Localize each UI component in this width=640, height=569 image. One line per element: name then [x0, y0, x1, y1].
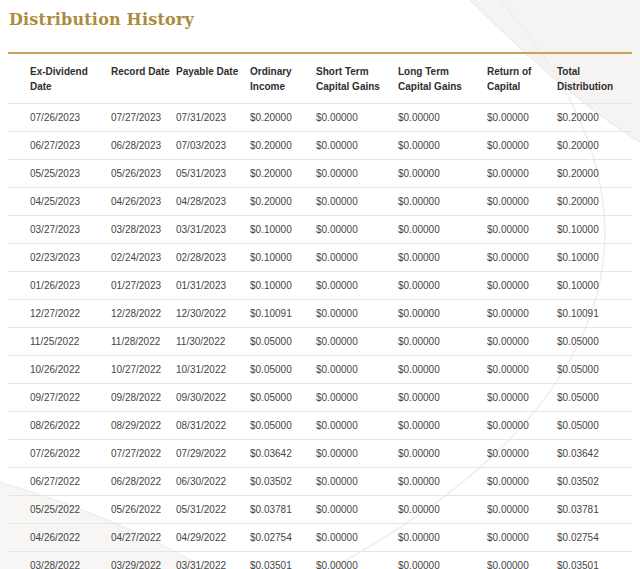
table-cell: 07/03/2023 — [176, 132, 250, 160]
table-cell: $0.20000 — [250, 188, 316, 216]
table-cell: 04/26/2022 — [8, 524, 111, 552]
table-row: 03/27/202303/28/202303/31/2023$0.10000$0… — [8, 216, 632, 244]
column-header: Long Term Capital Gains — [398, 53, 487, 104]
table-cell: 07/31/2023 — [176, 104, 250, 132]
table-cell: $0.00000 — [316, 496, 398, 524]
table-cell: $0.00000 — [487, 468, 557, 496]
table-cell: 05/31/2023 — [176, 160, 250, 188]
table-cell: $0.00000 — [487, 412, 557, 440]
table-cell: $0.00000 — [398, 216, 487, 244]
table-cell: $0.05000 — [557, 412, 632, 440]
table-cell: $0.10000 — [557, 244, 632, 272]
table-row: 04/26/202204/27/202204/29/2022$0.02754$0… — [8, 524, 632, 552]
table-cell: 02/23/2023 — [8, 244, 111, 272]
table-cell: $0.00000 — [316, 468, 398, 496]
distribution-history-table: Ex-Dividend DateRecord DatePayable DateO… — [8, 52, 632, 569]
table-cell: $0.00000 — [487, 496, 557, 524]
table-cell: 09/30/2022 — [176, 384, 250, 412]
table-cell: $0.02754 — [557, 524, 632, 552]
table-cell: $0.00000 — [398, 468, 487, 496]
table-cell: 11/30/2022 — [176, 328, 250, 356]
table-cell: $0.00000 — [487, 300, 557, 328]
table-cell: $0.00000 — [398, 412, 487, 440]
table-row: 10/26/202210/27/202210/31/2022$0.05000$0… — [8, 356, 632, 384]
table-cell: 07/27/2023 — [111, 104, 176, 132]
table-cell: $0.20000 — [557, 160, 632, 188]
table-cell: $0.20000 — [557, 188, 632, 216]
table-cell: 03/29/2022 — [111, 552, 176, 569]
table-cell: $0.03642 — [557, 440, 632, 468]
table-row: 01/26/202301/27/202301/31/2023$0.10000$0… — [8, 272, 632, 300]
column-header: Total Distribution — [557, 53, 632, 104]
column-header: Return of Capital — [487, 53, 557, 104]
table-row: 07/26/202307/27/202307/31/2023$0.20000$0… — [8, 104, 632, 132]
table-cell: $0.00000 — [316, 328, 398, 356]
table-cell: $0.03501 — [250, 552, 316, 569]
table-cell: 07/26/2023 — [8, 104, 111, 132]
table-cell: $0.10000 — [557, 272, 632, 300]
table-cell: 03/28/2023 — [111, 216, 176, 244]
table-cell: $0.00000 — [398, 440, 487, 468]
table-cell: $0.05000 — [250, 356, 316, 384]
table-cell: $0.00000 — [316, 104, 398, 132]
table-cell: $0.10000 — [250, 272, 316, 300]
table-cell: 03/28/2022 — [8, 552, 111, 569]
table-cell: $0.00000 — [316, 272, 398, 300]
table-cell: $0.05000 — [250, 384, 316, 412]
table-cell: 11/28/2022 — [111, 328, 176, 356]
table-row: 03/28/202203/29/202203/31/2022$0.03501$0… — [8, 552, 632, 569]
table-header-row: Ex-Dividend DateRecord DatePayable DateO… — [8, 53, 632, 104]
table-cell: $0.00000 — [398, 188, 487, 216]
table-cell: $0.00000 — [487, 552, 557, 569]
table-cell: $0.00000 — [316, 216, 398, 244]
table-cell: $0.00000 — [487, 356, 557, 384]
table-cell: $0.00000 — [398, 104, 487, 132]
table-cell: 03/31/2022 — [176, 552, 250, 569]
table-cell: 05/26/2022 — [111, 496, 176, 524]
table-cell: $0.20000 — [250, 104, 316, 132]
page: Distribution History Ex-Dividend DateRec… — [0, 0, 640, 569]
table-cell: $0.00000 — [487, 524, 557, 552]
table-cell: $0.00000 — [487, 216, 557, 244]
table-cell: 04/28/2023 — [176, 188, 250, 216]
table-cell: $0.10000 — [250, 216, 316, 244]
table-cell: $0.10000 — [557, 216, 632, 244]
table-cell: 06/27/2023 — [8, 132, 111, 160]
table-cell: 03/31/2023 — [176, 216, 250, 244]
table-cell: $0.03501 — [557, 552, 632, 569]
table-cell: $0.00000 — [398, 384, 487, 412]
table-cell: $0.00000 — [487, 104, 557, 132]
table-cell: $0.00000 — [316, 188, 398, 216]
table-cell: 04/26/2023 — [111, 188, 176, 216]
table-cell: $0.00000 — [316, 244, 398, 272]
table-cell: 10/26/2022 — [8, 356, 111, 384]
table-cell: $0.00000 — [398, 496, 487, 524]
table-cell: 05/25/2022 — [8, 496, 111, 524]
table-cell: $0.00000 — [398, 272, 487, 300]
table-cell: $0.20000 — [557, 132, 632, 160]
table-cell: $0.00000 — [398, 160, 487, 188]
table-cell: $0.03781 — [557, 496, 632, 524]
table-cell: 08/26/2022 — [8, 412, 111, 440]
table-row: 06/27/202306/28/202307/03/2023$0.20000$0… — [8, 132, 632, 160]
table-row: 11/25/202211/28/202211/30/2022$0.05000$0… — [8, 328, 632, 356]
column-header: Ordinary Income — [250, 53, 316, 104]
content: Distribution History Ex-Dividend DateRec… — [0, 0, 640, 569]
table-cell: $0.00000 — [316, 160, 398, 188]
table-cell: $0.00000 — [316, 356, 398, 384]
table-cell: $0.00000 — [487, 384, 557, 412]
table-cell: 12/27/2022 — [8, 300, 111, 328]
table-cell: 05/26/2023 — [111, 160, 176, 188]
table-cell: 05/25/2023 — [8, 160, 111, 188]
table-cell: $0.00000 — [316, 300, 398, 328]
table-cell: $0.10000 — [250, 244, 316, 272]
table-cell: 02/24/2023 — [111, 244, 176, 272]
table-cell: $0.20000 — [250, 160, 316, 188]
table-cell: 04/25/2023 — [8, 188, 111, 216]
table-cell: $0.00000 — [487, 132, 557, 160]
table-cell: 02/28/2023 — [176, 244, 250, 272]
table-row: 08/26/202208/29/202208/31/2022$0.05000$0… — [8, 412, 632, 440]
page-title: Distribution History — [9, 10, 632, 29]
table-cell: $0.05000 — [557, 384, 632, 412]
table-cell: $0.03502 — [557, 468, 632, 496]
